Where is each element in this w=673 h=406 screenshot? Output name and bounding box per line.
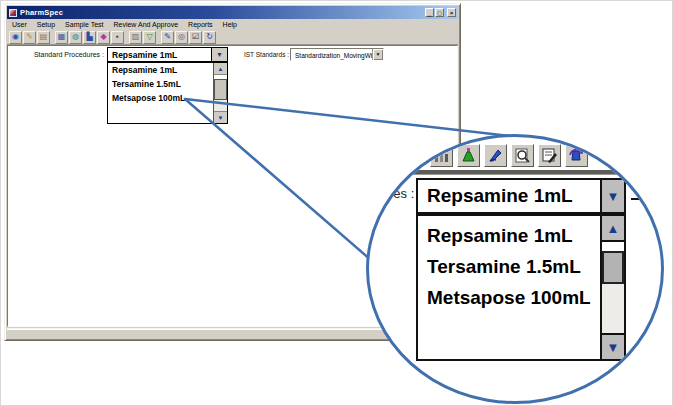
magnified-dropdown-button[interactable]: ▼ xyxy=(600,178,626,214)
window-title: PharmSpec xyxy=(20,8,425,17)
scrollbar-thumb[interactable] xyxy=(214,79,227,100)
chevron-down-icon: ▼ xyxy=(376,52,381,57)
magnified-scrollbar-thumb[interactable] xyxy=(602,251,624,284)
chevron-down-icon: ▼ xyxy=(607,190,620,203)
menu-setup[interactable]: Setup xyxy=(32,21,60,28)
magnified-toolbar xyxy=(430,144,588,167)
magnifier-callout: res : Repsamine 1mL ▼ Repsamine 1mL Ters… xyxy=(366,134,664,404)
user-edit-icon[interactable]: ✎ xyxy=(23,31,36,44)
dropdown-option-repsamine[interactable]: Repsamine 1mL xyxy=(108,63,227,77)
arrow-up-icon: ▲ xyxy=(607,222,620,235)
pen-glyph xyxy=(487,147,504,164)
magnified-combobox-value: Repsamine 1mL xyxy=(418,185,573,207)
arrow-down-icon: ▼ xyxy=(607,341,620,354)
magnified-scrollbar-track[interactable] xyxy=(602,284,624,333)
sample-run-icon[interactable] xyxy=(565,144,588,167)
toolbar: ◉ ✎ ▤ ▦ ◍ ▙ ◆ ▪ ▨ ▽ ✎ ◎ ☑ ↻ xyxy=(7,30,458,45)
report-icon[interactable]: ▨ xyxy=(129,31,142,44)
magnified-combobox[interactable]: Repsamine 1mL xyxy=(416,178,602,214)
menu-sample-test[interactable]: Sample Test xyxy=(60,21,108,28)
scroll-up-button[interactable]: ▲ xyxy=(214,63,227,75)
close-button[interactable]: × xyxy=(447,8,456,17)
standard-procedures-combobox[interactable]: Repsamine 1mL ▼ xyxy=(107,47,228,62)
magnified-scroll-up-button[interactable]: ▲ xyxy=(602,216,624,242)
preview-icon[interactable]: ◎ xyxy=(175,31,188,44)
arrow-up-icon: ▲ xyxy=(218,66,224,72)
chart-icon[interactable]: ▙ xyxy=(83,31,96,44)
ist-combobox-value: Standardization_MovingWindow xyxy=(291,49,372,60)
app-icon xyxy=(9,9,17,17)
vial-icon[interactable]: ◆ xyxy=(97,31,110,44)
magnified-option-tersamine[interactable]: Tersamine 1.5mL xyxy=(418,252,600,283)
menu-bar: User Setup Sample Test Review And Approv… xyxy=(7,19,458,30)
magnified-scrollbar-gap xyxy=(602,242,624,251)
maximize-button[interactable]: □ xyxy=(435,8,444,17)
checklist-pencil-icon[interactable] xyxy=(538,144,561,167)
chevron-down-icon: ▼ xyxy=(216,51,223,58)
sign-icon[interactable]: ✎ xyxy=(161,31,174,44)
printer-icon[interactable]: ▪ xyxy=(111,31,124,44)
approve-icon[interactable]: ☑ xyxy=(189,31,202,44)
signature-pen-icon[interactable] xyxy=(484,144,507,167)
magnified-dropdown-list: Repsamine 1mL Tersamine 1.5mL Metsapose … xyxy=(416,214,602,361)
menu-help[interactable]: Help xyxy=(218,21,242,28)
flask-glyph xyxy=(460,147,477,164)
magnified-scrollbar[interactable]: ▲ ▼ xyxy=(600,214,626,361)
dropdown-option-tersamine[interactable]: Tersamine 1.5mL xyxy=(108,77,227,91)
login-icon[interactable]: ◉ xyxy=(9,31,22,44)
magnified-scroll-down-button[interactable]: ▼ xyxy=(602,333,624,359)
checklist-glyph xyxy=(541,147,558,164)
ist-standards-label: IST Standards : xyxy=(241,51,289,58)
jug-refresh-glyph xyxy=(568,147,585,164)
scrollbar-track[interactable] xyxy=(214,100,227,111)
title-bar[interactable]: PharmSpec _ □ × xyxy=(7,6,458,19)
preview-magnifier-icon[interactable] xyxy=(511,144,534,167)
globe-icon[interactable]: ◍ xyxy=(69,31,82,44)
menu-user[interactable]: User xyxy=(7,21,32,28)
standard-procedures-dropdown-list: Repsamine 1mL Tersamine 1.5mL Metsapose … xyxy=(107,62,228,124)
magnifier-glyph xyxy=(514,147,531,164)
magnified-option-repsamine[interactable]: Repsamine 1mL xyxy=(418,221,600,252)
archive-icon[interactable]: ▤ xyxy=(37,31,50,44)
minimize-button[interactable]: _ xyxy=(425,8,434,17)
magnified-toolbar-edge xyxy=(369,170,659,175)
combobox-dropdown-button[interactable]: ▼ xyxy=(211,48,227,61)
flask-icon[interactable]: ▽ xyxy=(143,31,156,44)
refresh-icon[interactable]: ↻ xyxy=(203,31,216,44)
dropdown-scrollbar[interactable]: ▲ ▼ xyxy=(213,63,227,123)
magnified-edge-fragment xyxy=(631,198,664,200)
table-icon[interactable]: ▦ xyxy=(55,31,68,44)
arrow-down-icon: ▼ xyxy=(218,115,224,121)
screenshot-canvas: PharmSpec _ □ × User Setup Sample Test R… xyxy=(0,0,673,406)
flask-icon[interactable] xyxy=(457,144,480,167)
menu-reports[interactable]: Reports xyxy=(183,21,218,28)
scroll-down-button[interactable]: ▼ xyxy=(214,111,227,123)
dropdown-option-metsapose[interactable]: Metsapose 100mL xyxy=(108,91,227,105)
combobox-value: Repsamine 1mL xyxy=(108,48,211,61)
menu-review-and-approve[interactable]: Review And Approve xyxy=(108,21,183,28)
ist-standards-combobox[interactable]: Standardization_MovingWindow ▼ xyxy=(290,48,384,61)
magnified-option-metsapose[interactable]: Metsapose 100mL xyxy=(418,283,600,314)
ist-dropdown-button[interactable]: ▼ xyxy=(372,49,383,60)
standard-procedures-label: Standard Procedures : xyxy=(8,51,104,58)
